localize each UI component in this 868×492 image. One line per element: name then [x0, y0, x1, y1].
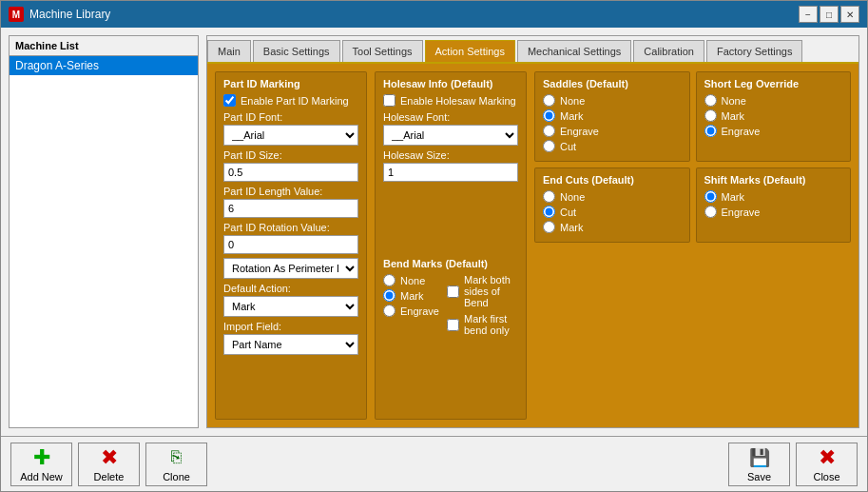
tab-basic[interactable]: Basic Settings [253, 40, 340, 62]
maximize-button[interactable]: □ [820, 6, 839, 23]
bend-none-radio[interactable] [383, 274, 395, 286]
saddles-engrave-radio[interactable] [543, 125, 555, 137]
shortleg-mark-row: Mark [704, 109, 843, 122]
machine-item[interactable]: Dragon A-Series [10, 56, 198, 75]
rotation-input[interactable] [223, 235, 358, 254]
saddles-engrave-row: Engrave [543, 125, 682, 137]
size-input[interactable]: 0.5 [223, 163, 358, 182]
mark-both-sides-row: Mark both sides of Bend [447, 274, 518, 308]
tabs-bar: Main Basic Settings Tool Settings Action… [207, 36, 858, 64]
enable-holesaw-checkbox[interactable] [383, 94, 395, 107]
shiftmarks-engrave-radio[interactable] [704, 206, 717, 218]
import-field-label: Import Field: [223, 321, 358, 332]
length-label: Part ID Length Value: [223, 186, 358, 197]
shortleg-engrave-row: Engrave [704, 125, 843, 137]
save-button[interactable]: 💾 Save [728, 443, 790, 486]
shortleg-none-radio[interactable] [704, 94, 717, 107]
window-title: Machine Library [29, 8, 110, 21]
endcuts-mark-label: Mark [560, 222, 583, 233]
window-close-button[interactable]: ✕ [840, 6, 859, 23]
endcuts-none-radio[interactable] [543, 190, 555, 203]
close-button[interactable]: ✖ Close [796, 443, 858, 486]
bend-marks-title: Bend Marks (Default) [383, 258, 518, 269]
shiftmarks-engrave-row: Engrave [704, 206, 843, 218]
enable-part-id-row: Enable Part ID Marking [223, 94, 358, 107]
tab-calibration[interactable]: Calibration [633, 40, 704, 62]
title-bar-left: M Machine Library [9, 7, 110, 22]
endcuts-cut-row: Cut [543, 206, 682, 218]
import-field-select[interactable]: Part Name [223, 334, 358, 355]
shiftmarks-mark-radio[interactable] [704, 190, 717, 203]
clone-icon: ⎘ [165, 446, 188, 469]
bend-engrave-radio[interactable] [383, 305, 395, 317]
bend-none-label: None [400, 275, 425, 286]
tab-tool[interactable]: Tool Settings [342, 40, 423, 62]
holesaw-font-select[interactable]: __Arial [383, 125, 518, 146]
mark-both-sides-checkbox[interactable] [447, 285, 459, 298]
tab-action[interactable]: Action Settings [425, 40, 515, 62]
add-icon: ✚ [30, 446, 53, 469]
title-bar-buttons: − □ ✕ [799, 6, 859, 23]
font-select[interactable]: __Arial [223, 125, 358, 146]
enable-part-id-label: Enable Part ID Marking [241, 95, 349, 107]
holesaw-title: Holesaw Info (Default) [383, 78, 518, 89]
tab-content-action: Part ID Marking Enable Part ID Marking P… [207, 64, 858, 427]
part-id-marking-section: Part ID Marking Enable Part ID Marking P… [215, 71, 367, 420]
right-area: Saddles (Default) None Mark [534, 71, 851, 420]
shortleg-mark-radio[interactable] [704, 109, 717, 122]
main-window: M Machine Library − □ ✕ Machine List Dra… [0, 0, 868, 492]
saddles-none-row: None [543, 94, 682, 107]
default-action-label: Default Action: [223, 283, 358, 294]
bend-marks-section: Bend Marks (Default) None Mark [383, 258, 518, 341]
saddles-engrave-label: Engrave [560, 126, 599, 137]
saddles-cut-radio[interactable] [543, 140, 555, 152]
shortleg-engrave-radio[interactable] [704, 125, 717, 137]
mark-first-bend-checkbox[interactable] [447, 319, 459, 331]
top-right-row: Saddles (Default) None Mark [534, 71, 851, 162]
saddles-mark-radio[interactable] [543, 109, 555, 122]
tab-mechanical[interactable]: Mechanical Settings [517, 40, 631, 62]
mark-first-bend-row: Mark first bend only [447, 313, 518, 336]
shortleg-none-row: None [704, 94, 843, 107]
bottom-bar: ✚ Add New ✖ Delete ⎘ Clone 💾 Save ✖ Clos… [1, 436, 867, 491]
clone-button[interactable]: ⎘ Clone [145, 443, 207, 486]
rotation-type-row: Rotation As Perimeter Dista [223, 258, 358, 279]
holesaw-size-input[interactable] [383, 163, 518, 182]
machine-list-panel: Machine List Dragon A-Series [9, 35, 199, 428]
mark-first-bend-label: Mark first bend only [464, 313, 518, 336]
endcuts-none-row: None [543, 190, 682, 203]
font-label: Part ID Font: [223, 111, 358, 123]
enable-part-id-checkbox[interactable] [223, 94, 236, 107]
add-new-button[interactable]: ✚ Add New [10, 443, 72, 486]
short-leg-title: Short Leg Override [704, 78, 843, 89]
size-label: Part ID Size: [223, 149, 358, 161]
saddles-cut-row: Cut [543, 140, 682, 152]
default-action-select[interactable]: Mark [223, 296, 358, 317]
holesaw-font-row: Holesaw Font: __Arial [383, 111, 518, 146]
end-cuts-section: End Cuts (Default) None Cut [534, 167, 690, 243]
saddles-none-label: None [560, 95, 585, 107]
holesaw-size-row: Holesaw Size: [383, 149, 518, 182]
bend-marks-checkboxes: Mark both sides of Bend Mark first bend … [447, 274, 518, 341]
tab-main[interactable]: Main [207, 40, 251, 62]
rotation-type-select[interactable]: Rotation As Perimeter Dista [223, 258, 358, 279]
saddles-none-radio[interactable] [543, 94, 555, 107]
bend-mark-radio[interactable] [383, 289, 395, 302]
shift-marks-title: Shift Marks (Default) [704, 174, 843, 186]
bottom-right-buttons: 💾 Save ✖ Close [728, 443, 858, 486]
saddles-mark-row: Mark [543, 109, 682, 122]
rotation-row: Part ID Rotation Value: [223, 222, 358, 254]
machine-list-header: Machine List [10, 36, 198, 56]
endcuts-mark-row: Mark [543, 221, 682, 233]
delete-button[interactable]: ✖ Delete [78, 443, 140, 486]
holesaw-font-label: Holesaw Font: [383, 111, 518, 123]
machine-list-content: Dragon A-Series [10, 56, 198, 427]
endcuts-cut-radio[interactable] [543, 206, 555, 218]
length-input[interactable] [223, 199, 358, 218]
endcuts-mark-radio[interactable] [543, 221, 555, 233]
tab-factory[interactable]: Factory Settings [706, 40, 802, 62]
part-id-title: Part ID Marking [223, 78, 358, 89]
rotation-label: Part ID Rotation Value: [223, 222, 358, 233]
main-panel: Main Basic Settings Tool Settings Action… [206, 35, 859, 428]
minimize-button[interactable]: − [799, 6, 818, 23]
